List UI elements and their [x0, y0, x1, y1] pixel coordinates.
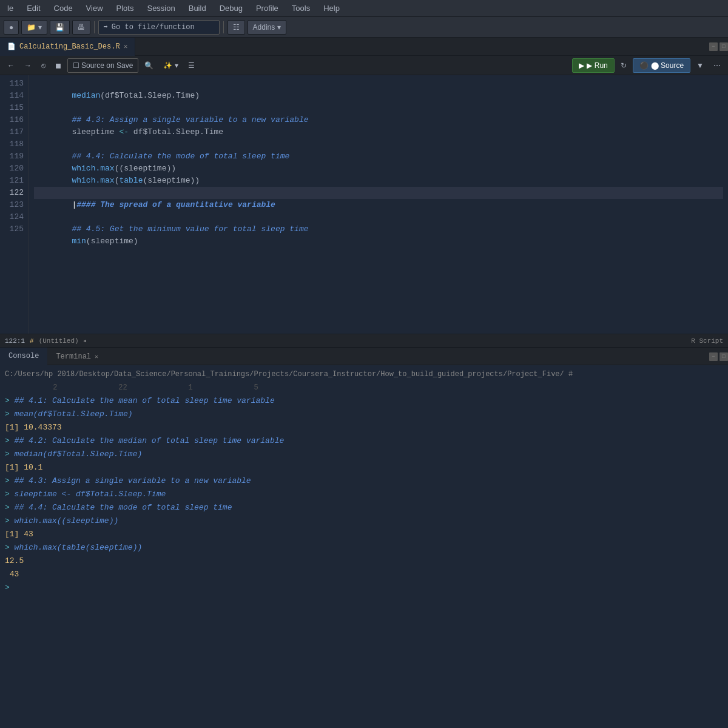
more-options-button[interactable]: ⋯ [710, 58, 724, 73]
run-label: ▶ Run [587, 61, 607, 70]
compile-button[interactable]: ⎋ [38, 58, 49, 73]
run-button[interactable]: ▶ ▶ Run [572, 58, 614, 73]
line-num-123: 123 [5, 199, 24, 211]
prompt-icon-5: > [5, 474, 15, 488]
prompt-icon-9: > [5, 541, 15, 554]
menu-le[interactable]: le [5, 2, 16, 14]
status-file-label[interactable]: (Untitled) ◂ [39, 337, 87, 345]
line-num-124: 124 [5, 211, 24, 223]
console-line-12: > which.max(table(sleeptime)) [5, 541, 723, 554]
tab-filename: Calculating_Basic_Des.R [19, 42, 120, 51]
console-line-1: > ## 4.1: Calculate the mean of total sl… [5, 394, 723, 408]
menu-view[interactable]: View [84, 2, 106, 14]
code-content[interactable]: median(df$Total.Sleep.Time) ## 4.3: Assi… [29, 75, 728, 334]
console-command-7: ## 4.4: Calculate the mode of total slee… [15, 501, 232, 514]
console-window-controls: − □ [709, 352, 728, 361]
grid-icon-button[interactable]: ☷ [228, 20, 245, 35]
prompt-icon-3: > [5, 434, 15, 448]
console-ruler-text: 2 22 1 5 [5, 381, 258, 394]
editor-toolbar: ← → ⎋ ◼ ☐ Source on Save 🔍 ✨ ▾ ☰ ▶ ▶ Run… [0, 56, 728, 75]
editor-window-controls: − □ [709, 42, 728, 51]
console-output-1: 12.5 [5, 554, 24, 568]
console-line-11: [1] 43 [5, 528, 723, 541]
console-command-3: ## 4.2: Calculate the median of total sl… [15, 434, 285, 448]
goto-arrow-icon: ➡ [104, 22, 108, 32]
console-line-3: [1] 10.43373 [5, 421, 723, 434]
line-num-115: 115 [5, 102, 24, 114]
console-output[interactable]: C:/Users/hp 2018/Desktop/Data_Science/Pe… [0, 365, 728, 597]
menubar: le Edit Code View Plots Session Build De… [0, 0, 728, 17]
console-tab-console[interactable]: Console [0, 348, 47, 366]
menu-debug[interactable]: Debug [217, 2, 245, 14]
menu-code[interactable]: Code [52, 2, 75, 14]
open-file-button[interactable]: 📁 ▾ [21, 20, 47, 35]
console-command-5: ## 4.3: Assign a single variable to a ne… [15, 474, 251, 488]
minimize-editor-button[interactable]: − [709, 42, 718, 51]
console-path-line: C:/Users/hp 2018/Desktop/Data_Science/Pe… [5, 368, 723, 381]
tab-close-icon[interactable]: ✕ [124, 42, 128, 50]
maximize-editor-button[interactable]: □ [720, 42, 728, 51]
console-working-dir: C:/Users/hp 2018/Desktop/Data_Science/Pe… [5, 368, 573, 381]
menu-plots[interactable]: Plots [114, 2, 136, 14]
code-line-113: median(df$Total.Sleep.Time) [34, 78, 723, 90]
print-button[interactable]: 🖶 [72, 20, 90, 35]
forward-button[interactable]: → [21, 58, 35, 73]
prompt-icon-4: > [5, 448, 15, 461]
status-bar: 122:1 # (Untitled) ◂ R Script [0, 334, 728, 347]
console-tab-terminal[interactable]: Terminal ✕ [47, 348, 107, 366]
menu-session[interactable]: Session [144, 2, 177, 14]
prompt-icon-7: > [5, 501, 15, 514]
prompt-icon-6: > [5, 488, 15, 501]
maximize-console-button[interactable]: □ [720, 352, 728, 361]
menu-build[interactable]: Build [186, 2, 209, 14]
console-ruler-line: 2 22 1 5 [5, 381, 723, 394]
menu-profile[interactable]: Profile [254, 2, 281, 14]
code-line-118: ## 4.4: Calculate the mode of total slee… [34, 138, 723, 150]
menu-tools[interactable]: Tools [289, 2, 312, 14]
addins-button[interactable]: Addins ▾ [248, 20, 286, 35]
console-cursor: > [5, 581, 15, 595]
magic-button[interactable]: ✨ ▾ [160, 58, 181, 73]
editor-tab-bar: 📄 Calculating_Basic_Des.R ✕ − □ [0, 38, 728, 56]
console-line-2: > mean(df$Total.Sleep.Time) [5, 408, 723, 421]
save-button[interactable]: 💾 [50, 20, 70, 35]
line-num-114: 114 [5, 90, 24, 102]
menu-edit[interactable]: Edit [24, 2, 42, 14]
run-icon: ▶ [579, 61, 584, 70]
console-command-2: mean(df$Total.Sleep.Time) [15, 408, 133, 421]
diff-button[interactable]: ◼ [52, 58, 65, 73]
console-tab-label: Console [8, 352, 39, 360]
goto-placeholder-text: Go to file/function [112, 23, 195, 32]
terminal-tab-close-icon[interactable]: ✕ [95, 353, 98, 360]
prompt-icon-1: > [5, 394, 15, 408]
back-button[interactable]: ← [4, 58, 18, 73]
source-dropdown-button[interactable]: ▼ [693, 58, 707, 73]
source-on-save-label: Source on Save [81, 61, 133, 70]
source-button[interactable]: ⚫ ⬤ Source [633, 58, 690, 73]
source-on-save-button[interactable]: ☐ Source on Save [67, 58, 138, 73]
new-file-button[interactable]: ● [4, 20, 19, 35]
status-filetype: R Script [691, 337, 723, 345]
console-line-14: 43 [5, 568, 723, 581]
console-line-4: > ## 4.2: Calculate the median of total … [5, 434, 723, 448]
editor-container: 📄 Calculating_Basic_Des.R ✕ − □ ← → ⎋ ◼ … [0, 38, 728, 347]
menu-help[interactable]: Help [321, 2, 342, 14]
console-line-8: > sleeptime <- df$Total.Sleep.Time [5, 488, 723, 501]
editor-tab-active[interactable]: 📄 Calculating_Basic_Des.R ✕ [0, 38, 135, 56]
console-cursor-line: > [5, 581, 723, 595]
console-command-4: median(df$Total.Sleep.Time) [15, 448, 143, 461]
status-hash-icon: # [30, 337, 34, 345]
search-button[interactable]: 🔍 [141, 58, 157, 73]
minimize-console-button[interactable]: − [709, 352, 718, 361]
code-line-115: ## 4.3: Assign a single variable to a ne… [34, 102, 723, 114]
goto-file-box[interactable]: ➡ Go to file/function [98, 20, 220, 35]
console-result-1: [1] 10.43373 [5, 421, 62, 434]
list-button[interactable]: ☰ [184, 58, 198, 73]
console-result-2: [1] 10.1 [5, 461, 42, 474]
re-run-button[interactable]: ↻ [617, 58, 630, 73]
console-line-9: > ## 4.4: Calculate the mode of total sl… [5, 501, 723, 514]
code-editor: 113 114 115 116 117 118 119 120 121 122 … [0, 75, 728, 334]
prompt-icon-2: > [5, 408, 15, 421]
line-num-120: 120 [5, 163, 24, 175]
line-num-118: 118 [5, 138, 24, 150]
